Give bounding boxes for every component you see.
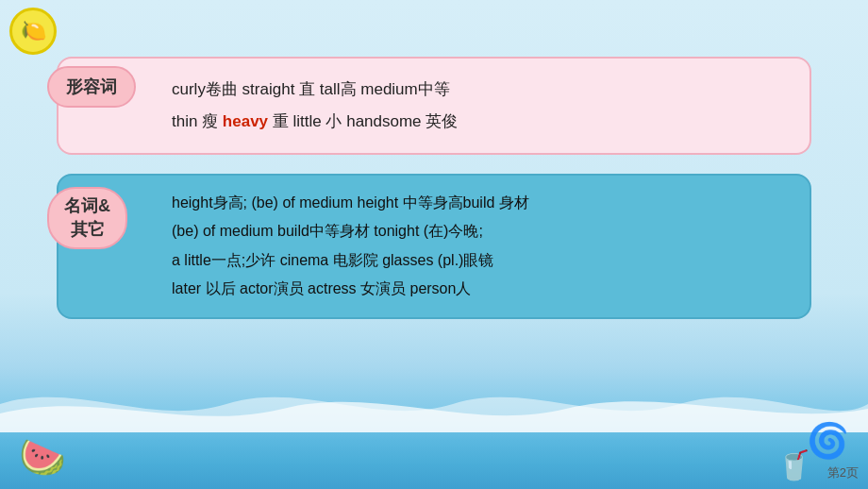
drink-decoration: 🥤 [776, 448, 811, 481]
fan-decoration: 🌀 [807, 421, 849, 461]
adjective-line2-before: thin 瘦 [172, 112, 223, 130]
adjective-section: 形容词 curly卷曲 straight 直 tall高 medium中等 th… [57, 57, 811, 155]
adjective-line2: thin 瘦 heavy 重 little 小 handsome 英俊 [172, 106, 791, 138]
main-content: 形容词 curly卷曲 straight 直 tall高 medium中等 th… [57, 57, 811, 413]
adjective-card: curly卷曲 straight 直 tall高 medium中等 thin 瘦… [57, 57, 811, 155]
noun-label-line1: 名词& [64, 196, 110, 215]
noun-card: height身高; (be) of medium height 中等身高buil… [57, 174, 811, 319]
adjective-heavy-word: heavy [223, 112, 268, 130]
noun-label: 名词& 其它 [47, 187, 127, 249]
fan-icon: 🌀 [807, 421, 849, 460]
noun-line3: a little一点;少许 cinema 电影院 glasses (pl.)眼镜 [172, 246, 791, 275]
noun-label-line2: 其它 [71, 220, 105, 239]
page-number: 第2页 [827, 464, 859, 481]
drink-icon: 🥤 [776, 449, 811, 481]
adjective-line1: curly卷曲 straight 直 tall高 medium中等 [172, 74, 791, 106]
noun-section: 名词& 其它 height身高; (be) of medium height 中… [57, 174, 811, 319]
watermelon-icon: 🍉 [19, 436, 66, 478]
watermelon-decoration: 🍉 [19, 435, 66, 480]
noun-line2: (be) of medium build中等身材 tonight (在)今晚; [172, 217, 791, 245]
adjective-label: 形容词 [47, 66, 136, 108]
noun-line4: later 以后 actor演员 actress 女演员 person人 [172, 275, 791, 303]
background: 🍋 www.zixin.com.cn 🍉 🌀 🥤 形容词 curly卷曲 str… [0, 0, 868, 489]
adjective-line2-after: 重 little 小 handsome 英俊 [268, 112, 458, 130]
lemon-icon: 🍋 [21, 19, 46, 43]
noun-line1: height身高; (be) of medium height 中等身高buil… [172, 189, 791, 217]
lemon-decoration: 🍋 [9, 8, 57, 55]
